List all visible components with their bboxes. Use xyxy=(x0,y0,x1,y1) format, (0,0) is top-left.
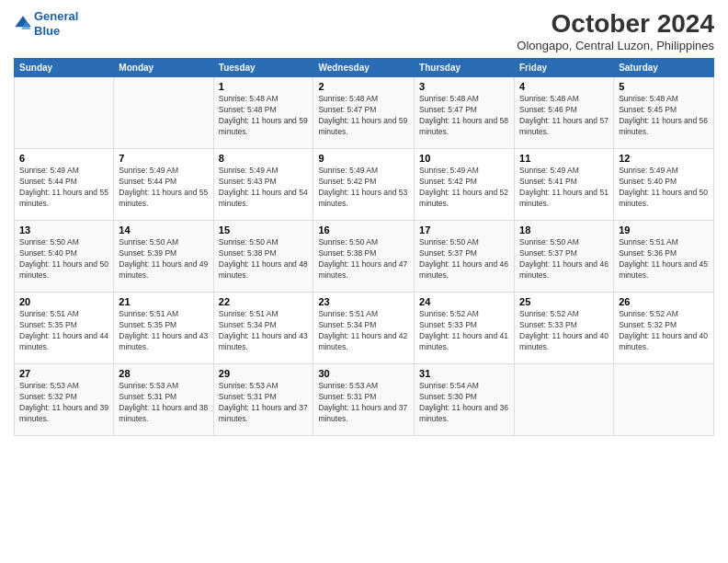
day-number: 15 xyxy=(219,224,309,236)
day-cell: 18Sunrise: 5:50 AMSunset: 5:37 PMDayligh… xyxy=(515,221,614,293)
header-wednesday: Wednesday xyxy=(313,59,415,77)
day-number: 14 xyxy=(119,224,208,236)
day-cell xyxy=(15,77,114,149)
day-cell: 16Sunrise: 5:50 AMSunset: 5:38 PMDayligh… xyxy=(313,221,415,293)
day-info: Sunrise: 5:50 AMSunset: 5:38 PMDaylight:… xyxy=(318,237,409,282)
day-cell: 7Sunrise: 5:49 AMSunset: 5:44 PMDaylight… xyxy=(114,149,213,221)
logo-text: General Blue xyxy=(34,9,78,38)
day-cell: 12Sunrise: 5:49 AMSunset: 5:40 PMDayligh… xyxy=(614,149,714,221)
day-cell: 17Sunrise: 5:50 AMSunset: 5:37 PMDayligh… xyxy=(415,221,515,293)
day-number: 18 xyxy=(519,224,609,236)
header-saturday: Saturday xyxy=(614,59,714,77)
day-cell: 2Sunrise: 5:48 AMSunset: 5:47 PMDaylight… xyxy=(313,77,415,149)
day-number: 12 xyxy=(619,153,709,164)
day-cell: 25Sunrise: 5:52 AMSunset: 5:33 PMDayligh… xyxy=(515,293,614,364)
logo-line2: Blue xyxy=(34,24,60,38)
week-row-5: 27Sunrise: 5:53 AMSunset: 5:32 PMDayligh… xyxy=(15,364,714,436)
day-info: Sunrise: 5:53 AMSunset: 5:32 PMDaylight:… xyxy=(19,381,108,425)
day-info: Sunrise: 5:51 AMSunset: 5:36 PMDaylight:… xyxy=(619,237,709,282)
day-cell: 5Sunrise: 5:48 AMSunset: 5:45 PMDaylight… xyxy=(614,77,714,149)
day-number: 9 xyxy=(318,153,409,164)
day-info: Sunrise: 5:49 AMSunset: 5:43 PMDaylight:… xyxy=(219,166,309,210)
day-info: Sunrise: 5:51 AMSunset: 5:35 PMDaylight:… xyxy=(19,309,108,353)
day-info: Sunrise: 5:50 AMSunset: 5:40 PMDaylight:… xyxy=(19,237,108,282)
day-number: 17 xyxy=(419,224,509,236)
month-title: October 2024 xyxy=(517,9,714,39)
day-number: 25 xyxy=(519,296,609,307)
day-cell: 14Sunrise: 5:50 AMSunset: 5:39 PMDayligh… xyxy=(114,221,213,293)
header-row: SundayMondayTuesdayWednesdayThursdayFrid… xyxy=(15,59,714,77)
day-number: 20 xyxy=(19,296,108,307)
day-info: Sunrise: 5:53 AMSunset: 5:31 PMDaylight:… xyxy=(219,381,309,425)
day-info: Sunrise: 5:49 AMSunset: 5:41 PMDaylight:… xyxy=(519,166,609,210)
week-row-4: 20Sunrise: 5:51 AMSunset: 5:35 PMDayligh… xyxy=(15,293,714,364)
day-number: 19 xyxy=(619,224,709,236)
title-block: October 2024 Olongapo, Central Luzon, Ph… xyxy=(517,9,714,52)
day-info: Sunrise: 5:48 AMSunset: 5:47 PMDaylight:… xyxy=(318,94,409,138)
day-cell: 31Sunrise: 5:54 AMSunset: 5:30 PMDayligh… xyxy=(415,364,515,436)
header-monday: Monday xyxy=(114,59,213,77)
day-info: Sunrise: 5:50 AMSunset: 5:39 PMDaylight:… xyxy=(119,237,208,282)
day-number: 3 xyxy=(419,81,509,92)
day-number: 30 xyxy=(318,368,409,379)
logo-icon xyxy=(14,15,32,33)
day-number: 29 xyxy=(219,368,309,379)
header-thursday: Thursday xyxy=(415,59,515,77)
day-cell xyxy=(614,364,714,436)
logo: General Blue xyxy=(14,9,78,38)
day-cell: 4Sunrise: 5:48 AMSunset: 5:46 PMDaylight… xyxy=(515,77,614,149)
day-cell: 9Sunrise: 5:49 AMSunset: 5:42 PMDaylight… xyxy=(313,149,415,221)
day-cell: 15Sunrise: 5:50 AMSunset: 5:38 PMDayligh… xyxy=(213,221,313,293)
day-info: Sunrise: 5:53 AMSunset: 5:31 PMDaylight:… xyxy=(119,381,208,425)
day-number: 6 xyxy=(19,153,108,164)
day-info: Sunrise: 5:49 AMSunset: 5:44 PMDaylight:… xyxy=(19,166,108,210)
day-number: 31 xyxy=(419,368,509,379)
day-cell: 13Sunrise: 5:50 AMSunset: 5:40 PMDayligh… xyxy=(15,221,114,293)
day-cell: 1Sunrise: 5:48 AMSunset: 5:48 PMDaylight… xyxy=(213,77,313,149)
day-info: Sunrise: 5:52 AMSunset: 5:32 PMDaylight:… xyxy=(619,309,709,353)
day-number: 27 xyxy=(19,368,108,379)
header-friday: Friday xyxy=(515,59,614,77)
day-info: Sunrise: 5:49 AMSunset: 5:44 PMDaylight:… xyxy=(119,166,208,210)
day-number: 21 xyxy=(119,296,208,307)
calendar-table: SundayMondayTuesdayWednesdayThursdayFrid… xyxy=(14,58,714,436)
day-number: 2 xyxy=(318,81,409,92)
week-row-1: 1Sunrise: 5:48 AMSunset: 5:48 PMDaylight… xyxy=(15,77,714,149)
day-cell: 28Sunrise: 5:53 AMSunset: 5:31 PMDayligh… xyxy=(114,364,213,436)
day-info: Sunrise: 5:51 AMSunset: 5:34 PMDaylight:… xyxy=(219,309,309,353)
day-cell xyxy=(114,77,213,149)
day-cell: 21Sunrise: 5:51 AMSunset: 5:35 PMDayligh… xyxy=(114,293,213,364)
day-info: Sunrise: 5:51 AMSunset: 5:34 PMDaylight:… xyxy=(318,309,409,353)
day-cell: 10Sunrise: 5:49 AMSunset: 5:42 PMDayligh… xyxy=(415,149,515,221)
day-number: 7 xyxy=(119,153,208,164)
day-info: Sunrise: 5:48 AMSunset: 5:47 PMDaylight:… xyxy=(419,94,509,138)
day-number: 28 xyxy=(119,368,208,379)
day-info: Sunrise: 5:48 AMSunset: 5:48 PMDaylight:… xyxy=(219,94,309,138)
day-info: Sunrise: 5:49 AMSunset: 5:42 PMDaylight:… xyxy=(419,166,509,210)
day-number: 26 xyxy=(619,296,709,307)
day-cell: 11Sunrise: 5:49 AMSunset: 5:41 PMDayligh… xyxy=(515,149,614,221)
header-sunday: Sunday xyxy=(15,59,114,77)
day-number: 8 xyxy=(219,153,309,164)
day-number: 5 xyxy=(619,81,709,92)
day-info: Sunrise: 5:50 AMSunset: 5:37 PMDaylight:… xyxy=(419,237,509,282)
day-cell: 23Sunrise: 5:51 AMSunset: 5:34 PMDayligh… xyxy=(313,293,415,364)
day-info: Sunrise: 5:53 AMSunset: 5:31 PMDaylight:… xyxy=(318,381,409,425)
day-number: 4 xyxy=(519,81,609,92)
header-tuesday: Tuesday xyxy=(213,59,313,77)
day-cell: 30Sunrise: 5:53 AMSunset: 5:31 PMDayligh… xyxy=(313,364,415,436)
header: General Blue October 2024 Olongapo, Cent… xyxy=(14,9,714,52)
day-info: Sunrise: 5:51 AMSunset: 5:35 PMDaylight:… xyxy=(119,309,208,353)
day-cell: 6Sunrise: 5:49 AMSunset: 5:44 PMDaylight… xyxy=(15,149,114,221)
day-number: 10 xyxy=(419,153,509,164)
day-cell: 20Sunrise: 5:51 AMSunset: 5:35 PMDayligh… xyxy=(15,293,114,364)
page: General Blue October 2024 Olongapo, Cent… xyxy=(0,0,728,563)
day-info: Sunrise: 5:50 AMSunset: 5:37 PMDaylight:… xyxy=(519,237,609,282)
week-row-2: 6Sunrise: 5:49 AMSunset: 5:44 PMDaylight… xyxy=(15,149,714,221)
logo-line1: General xyxy=(34,9,78,23)
day-cell: 29Sunrise: 5:53 AMSunset: 5:31 PMDayligh… xyxy=(213,364,313,436)
day-number: 13 xyxy=(19,224,108,236)
week-row-3: 13Sunrise: 5:50 AMSunset: 5:40 PMDayligh… xyxy=(15,221,714,293)
day-info: Sunrise: 5:49 AMSunset: 5:40 PMDaylight:… xyxy=(619,166,709,210)
day-info: Sunrise: 5:48 AMSunset: 5:45 PMDaylight:… xyxy=(619,94,709,138)
